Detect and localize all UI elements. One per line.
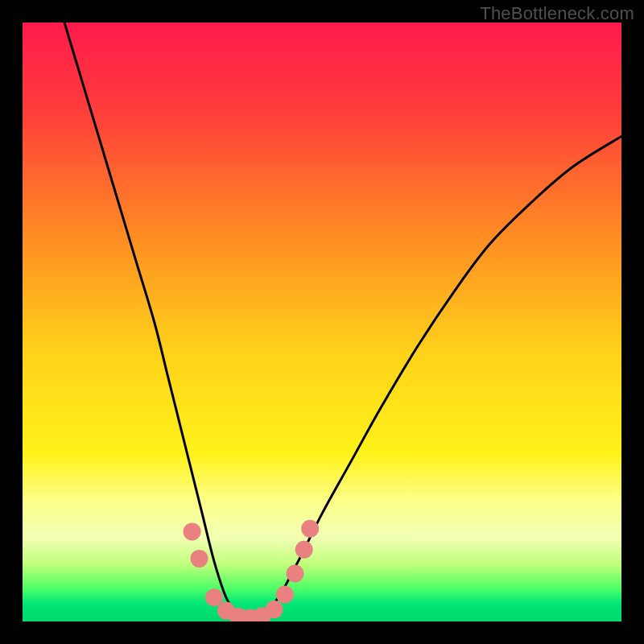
chart-frame: TheBottleneck.com	[0, 0, 644, 644]
chart-svg	[23, 23, 621, 621]
marker-dot	[265, 601, 283, 618]
watermark-text: TheBottleneck.com	[480, 3, 634, 24]
marker-dot	[295, 541, 313, 559]
marker-dot	[205, 588, 223, 606]
marker-dot	[276, 586, 294, 604]
marker-dot	[184, 522, 201, 540]
marker-dot	[301, 520, 319, 538]
marker-dot	[190, 550, 208, 568]
marker-dot	[287, 564, 304, 582]
gradient-background	[23, 23, 621, 621]
plot-area	[23, 23, 621, 621]
